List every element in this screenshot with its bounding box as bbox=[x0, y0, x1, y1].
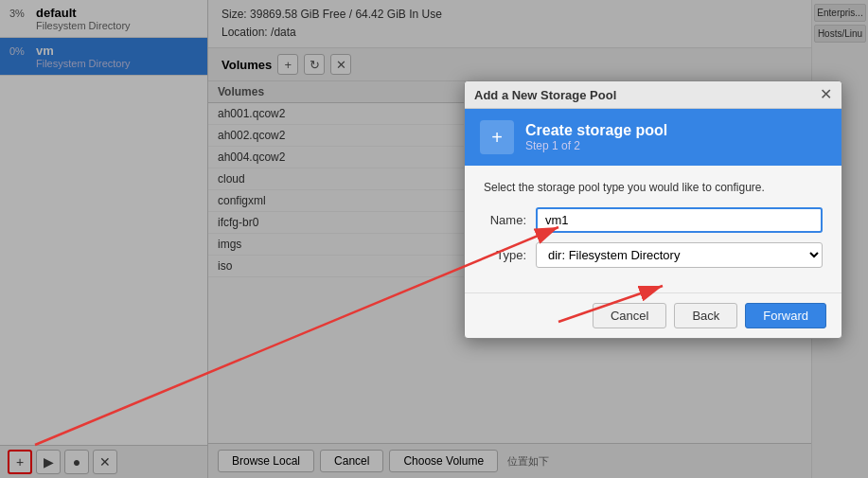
modal-close-button[interactable]: ✕ bbox=[820, 87, 832, 102]
modal-forward-button[interactable]: Forward bbox=[745, 303, 826, 328]
modal-header-text: Create storage pool Step 1 of 2 bbox=[525, 122, 667, 152]
plus-icon: + bbox=[491, 127, 503, 149]
type-select[interactable]: dir: Filesystem Directory bbox=[536, 242, 823, 268]
add-storage-pool-modal: Add a New Storage Pool ✕ + Create storag… bbox=[464, 80, 842, 339]
modal-footer: Cancel Back Forward bbox=[465, 292, 841, 338]
type-label: Type: bbox=[484, 248, 526, 262]
create-pool-icon: + bbox=[480, 120, 514, 154]
modal-cancel-button[interactable]: Cancel bbox=[593, 303, 666, 328]
name-row: Name: bbox=[484, 207, 823, 233]
modal-title: Add a New Storage Pool bbox=[474, 88, 616, 102]
name-input[interactable] bbox=[536, 207, 823, 233]
modal-description: Select the storage pool type you would l… bbox=[484, 181, 823, 194]
modal-header-title: Create storage pool bbox=[525, 122, 667, 139]
modal-overlay: Add a New Storage Pool ✕ + Create storag… bbox=[0, 0, 868, 478]
type-row: Type: dir: Filesystem Directory bbox=[484, 242, 823, 268]
modal-back-button[interactable]: Back bbox=[674, 303, 737, 328]
modal-titlebar: Add a New Storage Pool ✕ bbox=[465, 81, 841, 109]
modal-body: Select the storage pool type you would l… bbox=[465, 166, 841, 292]
name-label: Name: bbox=[484, 213, 526, 227]
modal-step: Step 1 of 2 bbox=[525, 139, 667, 152]
modal-header: + Create storage pool Step 1 of 2 bbox=[465, 109, 841, 166]
